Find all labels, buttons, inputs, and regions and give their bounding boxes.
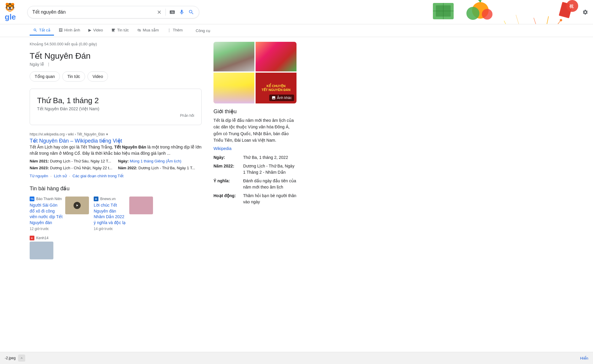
search-input[interactable]: Tết nguyên đán [32,9,154,15]
svg-point-26 [472,2,489,19]
image-cell-4[interactable]: KỂ CHUYỆNTẾT NGUYÊN ĐÁN Ảnh khác [256,73,296,103]
link-etymology[interactable]: Từ nguyên [30,174,48,178]
results-count: Khoảng 54.500.000 kết quả (0,80 giây) [30,42,202,46]
result-url: https://vi.wikipedia.org › wiki › Tết_Ng… [30,132,202,136]
svg-line-29 [479,0,480,2]
feedback-link[interactable]: Phản hồi [37,114,194,118]
svg-rect-21 [559,3,572,18]
svg-point-32 [566,0,578,12]
news-card-3: K Kenh14 [30,236,89,259]
right-content: KỂ CHUYỆNTẾT NGUYÊN ĐÁN Ảnh khác Giới th… [202,42,302,259]
news-card-2: B Bnews.vn Lời chúc Tết Nguyên đán Nhâm … [94,197,153,231]
wikipedia-result: https://vi.wikipedia.org › wiki › Tết_Ng… [30,132,202,178]
news-grid: TN Báo Thanh Niên Người Sài Gòn đổ xô đi… [30,197,202,259]
tab-all[interactable]: Tất cả [30,25,54,36]
svg-line-11 [543,16,549,24]
news-icon-2: B [94,197,98,201]
news-headline-2[interactable]: Lời chúc Tết Nguyên đán Nhâm Dần 2022 ý … [94,202,127,226]
result-meta-3: Năm 2023: Dương Lịch - Chủ Nhật, Ngày 22… [30,166,113,170]
svg-line-10 [534,18,543,24]
news-button[interactable]: Tin tức [62,71,85,82]
tab-news[interactable]: Tin tức [108,25,132,36]
images-grid: KỂ CHUYỆNTẾT NGUYÊN ĐÁN Ảnh khác [213,42,296,103]
search-icon-group [157,9,194,16]
intro-text: Tết là dịp lễ đầu năm mới theo âm lịch c… [213,117,296,144]
image-cell-2[interactable] [256,42,296,71]
svg-point-28 [482,9,492,20]
svg-rect-23 [436,5,451,17]
news-section-title: Tin bài hàng đầu [30,185,202,192]
tools-button[interactable]: Công cụ [192,26,214,35]
svg-point-27 [466,7,479,20]
news-thumb-3 [30,242,53,259]
search-bar: Tết nguyên đán [27,6,199,18]
fact-meaning: Ý nghĩa: Đánh dấu ngày đầu tiên của năm … [213,178,296,190]
left-content: Khoảng 54.500.000 kết quả (0,80 giây) Tế… [0,42,202,259]
image-cell-1[interactable] [213,42,254,71]
news-card-1: TN Báo Thanh Niên Người Sài Gòn đổ xô đi… [30,197,89,231]
overview-button[interactable]: Tổng quan [30,71,60,82]
news-icon-3: K [30,236,34,240]
tet-decoration: 祝 [385,0,593,24]
news-icon-1: TN [30,197,34,201]
google-logo[interactable]: 🐯 gle [5,2,23,22]
image-cell-3[interactable] [213,73,254,103]
news-source-2: B Bnews.vn [94,197,127,201]
clear-button[interactable] [157,9,162,15]
intro-section: Giới thiệu Tết là dịp lễ đầu năm mới the… [213,108,296,205]
fact-date: Ngày: Thứ Ba, 1 tháng 2, 2022 [213,154,296,161]
video-button[interactable]: Video [87,71,108,82]
svg-line-19 [516,15,528,24]
topic-buttons: Tổng quan Tin tức Video [30,71,202,82]
keyboard-button[interactable] [169,9,175,15]
date-main: Thứ Ba, 1 tháng 2 [37,96,194,105]
date-card: Thứ Ba, 1 tháng 2 Tết Nguyên Đán 2022 (V… [30,89,202,125]
svg-rect-20 [559,2,573,18]
result-links: Từ nguyên · Lịch sử · Các giai đoạn chín… [30,174,202,178]
header-right [582,9,588,15]
intro-facts: Ngày: Thứ Ba, 1 tháng 2, 2022 Năm 2022: … [213,154,296,205]
intro-title: Giới thiệu [213,108,296,115]
svg-rect-22 [433,3,454,19]
more-images-button[interactable]: Ảnh khác [269,95,294,101]
link-phases[interactable]: Các giai đoạn chính trong Tết [73,174,124,178]
news-thumb-2 [129,197,153,214]
topic-title: Tết Nguyên Đán [30,51,202,61]
news-headline-1[interactable]: Người Sài Gòn đổ xô đi công viên nước dị… [30,202,63,226]
news-time-2: 14 giờ trước [94,227,127,231]
tab-more[interactable]: ⋮ Thêm [164,25,186,36]
svg-line-30 [480,0,482,2]
news-section: Tin bài hàng đầu TN Báo Thanh Niên Người… [30,185,202,259]
fact-activities: Hoạt động: Thăm hỏi bạn bè người thân và… [213,193,296,205]
tab-images[interactable]: 🖼 Hình ảnh [55,25,84,36]
wikipedia-link[interactable]: Wikipedia [213,146,232,151]
play-button-1[interactable] [74,202,81,209]
result-meta-4: Năm 2022: Dương Lịch - Thứ Ba, Ngày 1 T.… [118,166,202,170]
tab-video[interactable]: ▶ Video [85,25,106,36]
svg-point-12 [560,19,562,21]
result-meta-1: Năm 2021: Dương Lịch - Thứ Sáu, Ngày 12 … [30,159,113,163]
nav-tabs: Tất cả 🖼 Hình ảnh ▶ Video Tin tức 🛍 Mua … [0,24,593,37]
svg-line-0 [543,21,560,24]
date-sub: Tết Nguyên Đán 2022 (Việt Nam) [37,106,194,111]
tab-shop[interactable]: 🛍 Mua sắm [134,25,162,36]
news-source-1: TN Báo Thanh Niên [30,197,63,201]
svg-line-31 [477,0,480,2]
fact-year2022: Năm 2022: Dương Lịch - Thứ Ba, Ngày 1 Th… [213,163,296,175]
topic-subtitle: Ngày lễ ⋮ [30,62,202,67]
svg-text:祝: 祝 [569,4,574,9]
result-title[interactable]: Tết Nguyên Đán – Wikipedia tiếng Việt [30,138,122,144]
news-time-1: 12 giờ trước [30,227,63,231]
search-submit-button[interactable] [188,9,194,15]
link-history[interactable]: Lịch sử [54,174,67,178]
news-source-3: K Kenh14 [30,236,89,240]
voice-search-button[interactable] [179,9,185,15]
header: 祝 🐯 gle Tết nguyên đán [0,0,593,24]
result-desc: Tết Âm Lịch hay còn gọi là Tết Tháng Trắ… [30,144,202,157]
svg-line-18 [504,21,522,24]
settings-button[interactable] [582,9,588,15]
result-meta-2: Ngày: Mùng 1 tháng Giêng (Âm lịch) [118,159,202,163]
news-thumb-1[interactable] [65,197,89,214]
main-content: Khoảng 54.500.000 kết quả (0,80 giây) Tế… [0,37,593,264]
